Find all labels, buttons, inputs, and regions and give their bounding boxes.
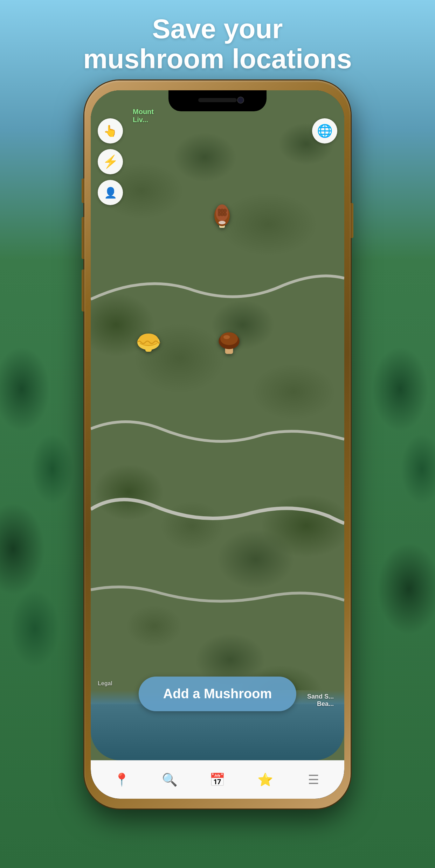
mushroom-pin-morel[interactable] (210, 202, 234, 230)
header-title-line1: Save your (152, 13, 283, 44)
volume-down-button (82, 270, 84, 312)
mute-switch (82, 178, 84, 203)
globe-button[interactable]: 🌐 (312, 118, 337, 144)
favorites-tab-icon: ⭐ (257, 772, 273, 787)
lightning-button[interactable]: ⚡ (98, 149, 123, 174)
map-area[interactable]: Mount Liv... Sand S... Bea... Legal (91, 90, 344, 760)
tab-search[interactable]: 🔍 (146, 766, 194, 794)
tab-bar: 📍 🔍 📅 ⭐ ☰ (91, 760, 344, 799)
mushroom-pin-chanterelle[interactable] (136, 328, 161, 356)
header-title-line2: mushroom locations (83, 43, 352, 74)
add-mushroom-button[interactable]: Add a Mushroom (139, 677, 296, 711)
tab-map[interactable]: 📍 (98, 766, 146, 794)
volume-up-button (82, 217, 84, 259)
tab-calendar[interactable]: 📅 (194, 766, 242, 794)
notch-camera (237, 97, 244, 104)
notch-speaker (198, 98, 237, 102)
menu-tab-icon: ☰ (308, 772, 319, 787)
svg-point-3 (219, 221, 226, 224)
svg-point-10 (223, 335, 230, 339)
notch (168, 90, 267, 111)
hand-mode-button[interactable]: 👆 (98, 118, 123, 144)
tab-menu[interactable]: ☰ (289, 766, 337, 794)
search-tab-icon: 🔍 (162, 772, 178, 787)
tab-favorites[interactable]: ⭐ (241, 766, 289, 794)
header-title: Save your mushroom locations (0, 14, 435, 74)
mushroom-pin-brown[interactable] (217, 328, 241, 356)
phone-frame: Mount Liv... Sand S... Bea... Legal (84, 80, 351, 808)
map-trees (91, 90, 344, 760)
svg-point-9 (220, 332, 238, 345)
phone-screen: Mount Liv... Sand S... Bea... Legal (91, 90, 344, 799)
map-tab-icon: 📍 (114, 772, 130, 787)
power-button (351, 203, 353, 238)
profile-button[interactable]: 👤 (98, 180, 123, 205)
map-controls: 👆 ⚡ 👤 (98, 118, 123, 205)
calendar-tab-icon: 📅 (209, 772, 225, 787)
